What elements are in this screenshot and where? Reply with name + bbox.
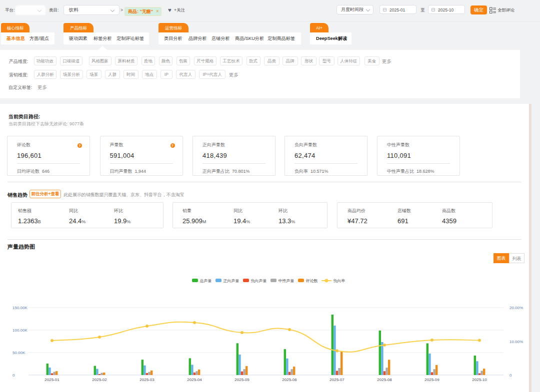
svg-text:50.00K: 50.00K (12, 351, 26, 355)
svg-text:20.00%: 20.00% (510, 306, 523, 310)
svg-text:2025-09: 2025-09 (424, 378, 440, 382)
svg-text:150.00K: 150.00K (12, 306, 28, 310)
svg-text:10.00%: 10.00% (510, 340, 523, 344)
svg-text:2025-08: 2025-08 (377, 378, 392, 382)
svg-text:0: 0 (12, 373, 15, 378)
svg-text:2025-07: 2025-07 (330, 378, 344, 382)
svg-text:2025-10: 2025-10 (472, 378, 487, 382)
svg-text:2025-01: 2025-01 (44, 378, 60, 382)
svg-text:2025-02: 2025-02 (92, 378, 107, 382)
svg-text:100.00K: 100.00K (12, 328, 28, 333)
svg-text:2025-03: 2025-03 (140, 378, 154, 382)
svg-text:2025-05: 2025-05 (234, 378, 250, 382)
svg-text:2025-04: 2025-04 (187, 378, 202, 382)
svg-text:2025-06: 2025-06 (282, 378, 297, 382)
svg-text:0: 0 (510, 373, 512, 378)
